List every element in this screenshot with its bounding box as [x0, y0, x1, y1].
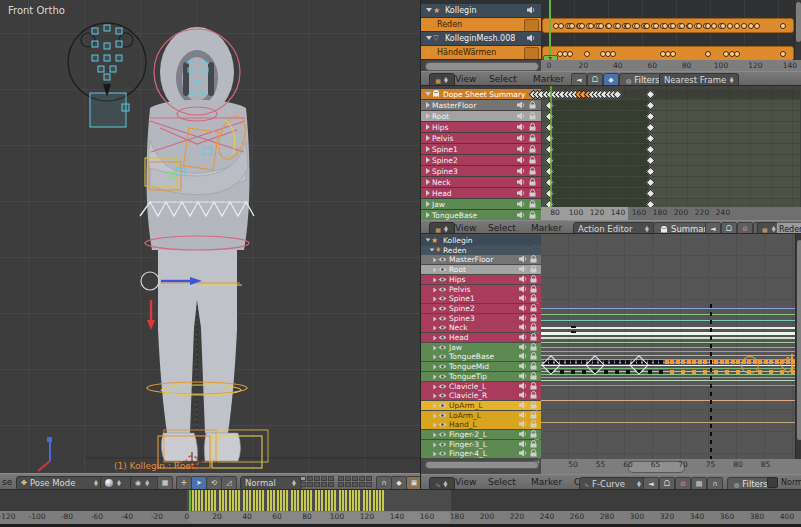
selected-keyframe-point[interactable]: [670, 370, 674, 374]
disclosure-triangle-icon[interactable]: [426, 179, 430, 185]
timeline-hscroll-thumb[interactable]: [187, 512, 451, 523]
selected-keyframe-point[interactable]: [665, 360, 669, 364]
graph-channel-uparm_l[interactable]: UpArm_L: [421, 401, 541, 410]
layer-cell[interactable]: [338, 476, 344, 481]
channel-row-Kollegin[interactable]: ★Kollegin: [421, 4, 541, 17]
dope-ruler[interactable]: 80100120140160180200220240: [541, 207, 801, 220]
snap-grid-button[interactable]: ▦: [157, 476, 173, 490]
graph-channel-scrollbar[interactable]: [425, 461, 539, 469]
dope-channel-dope-sheet-summary[interactable]: Dope Sheet Summary: [421, 89, 541, 99]
layer-cell[interactable]: [352, 476, 358, 481]
layer-cell[interactable]: [345, 476, 351, 481]
dope-key-row[interactable]: [542, 155, 800, 165]
disclosure-triangle-icon[interactable]: [433, 345, 436, 350]
graph-menu-select[interactable]: Select: [488, 477, 516, 487]
layer-cell[interactable]: [300, 482, 306, 487]
disclosure-triangle-icon[interactable]: [433, 365, 436, 370]
graph-channel-reden[interactable]: ♦Reden: [421, 246, 541, 255]
disclosure-triangle-icon[interactable]: [426, 190, 430, 196]
dope-channel-head[interactable]: Head: [421, 188, 541, 198]
disclosure-triangle-icon[interactable]: [430, 248, 435, 251]
dope-channel-jaw[interactable]: Jaw: [421, 199, 541, 209]
keyframe-point[interactable]: [626, 370, 630, 374]
disclosure-triangle-icon[interactable]: [426, 157, 430, 163]
graph-channel-clavicle_r[interactable]: Clavicle_R: [421, 391, 541, 400]
disclosure-triangle-icon[interactable]: [426, 102, 430, 108]
strip-menu-marker[interactable]: Marker: [533, 74, 564, 84]
keyframe[interactable]: [687, 23, 693, 29]
selected-keyframe-point[interactable]: [703, 360, 707, 364]
keyframe[interactable]: [634, 23, 640, 29]
graph-menu-marker[interactable]: Marker: [531, 477, 562, 487]
keyframe-point[interactable]: [621, 360, 625, 364]
graph-channel-masterfloor[interactable]: MasterFloor: [421, 255, 541, 264]
graph-channel-neck[interactable]: Neck: [421, 323, 541, 332]
graph-vscroll-thumb[interactable]: [797, 240, 801, 440]
normalize-checkbox[interactable]: [767, 477, 778, 488]
mode-dropdown[interactable]: ✥Pose Mode▲▼: [16, 476, 104, 490]
disclosure-triangle-icon[interactable]: [433, 316, 436, 321]
keyframe[interactable]: [670, 23, 676, 29]
dope-menu-view[interactable]: View: [455, 223, 476, 233]
disclosure-triangle-icon[interactable]: [433, 374, 436, 379]
layer-cell[interactable]: [345, 482, 351, 487]
keyframe-point[interactable]: [604, 360, 608, 364]
graph-channel-finger-2_l[interactable]: Finger-2_L: [421, 430, 541, 439]
keyframe[interactable]: [579, 23, 585, 29]
layer-grid[interactable]: [338, 476, 372, 487]
layer-cell[interactable]: [359, 482, 365, 487]
disclosure-triangle-icon[interactable]: [426, 201, 430, 207]
strip-channel-scrollbar[interactable]: [425, 62, 539, 71]
layer-cell[interactable]: [321, 476, 327, 481]
selected-keyframe-point[interactable]: [725, 370, 729, 374]
disclosure-triangle-icon[interactable]: [433, 452, 436, 457]
dope-key-row[interactable]: [542, 100, 800, 110]
strip-menu-select[interactable]: Select: [489, 74, 517, 84]
keyframe[interactable]: [598, 23, 604, 29]
dope-key-row[interactable]: [542, 111, 800, 121]
keyframe[interactable]: [705, 23, 711, 29]
graph-channel-kollegin[interactable]: ★Kollegin: [421, 236, 541, 245]
disclosure-triangle-icon[interactable]: [426, 212, 430, 218]
snap-element-icon-button[interactable]: ◆: [391, 476, 407, 490]
selected-keyframe-point[interactable]: [670, 360, 674, 364]
selected-keyframe-point[interactable]: [692, 370, 696, 374]
disclosure-triangle-icon[interactable]: [433, 287, 436, 292]
selected-keyframe-point[interactable]: [736, 370, 740, 374]
selected-keyframe-point[interactable]: [725, 360, 729, 364]
disclosure-triangle-icon[interactable]: [433, 423, 436, 428]
dope-channel-tonguebase[interactable]: TongueBase: [421, 210, 541, 220]
selected-keyframe-point[interactable]: [736, 360, 740, 364]
disclosure-triangle-icon[interactable]: [433, 326, 436, 331]
graph-channel-tonguetip[interactable]: TongueTip: [421, 372, 541, 381]
layer-cell[interactable]: [307, 482, 313, 487]
graph-channel-root[interactable]: Root: [421, 265, 541, 274]
selected-keyframe-point[interactable]: [769, 370, 773, 374]
layer-grid[interactable]: [300, 476, 334, 487]
disclosure-triangle-icon[interactable]: [433, 433, 436, 438]
action-strip-HändeWärmen[interactable]: [542, 46, 794, 61]
graph-channel-tonguebase[interactable]: TongueBase: [421, 352, 541, 361]
keyframe[interactable]: [741, 23, 747, 29]
dope-channel-hips[interactable]: Hips: [421, 122, 541, 132]
keyframe[interactable]: [734, 23, 740, 29]
action-channel-row-HändeWärmen[interactable]: ♦HändeWärmen: [421, 46, 541, 59]
magnet-icon-button[interactable]: ∩: [376, 476, 392, 490]
selected-keyframe-point[interactable]: [780, 370, 784, 374]
manipulator-rotate-button[interactable]: ⟲: [206, 476, 222, 490]
disclosure-triangle-icon[interactable]: [433, 403, 436, 408]
keyframe-point[interactable]: [659, 370, 663, 374]
selected-keyframe-point[interactable]: [714, 360, 718, 364]
graph-playhead[interactable]: [710, 304, 712, 459]
selected-keyframe-point[interactable]: [676, 360, 680, 364]
disclosure-triangle-icon[interactable]: [426, 36, 432, 40]
manipulator-scale-button[interactable]: ◿: [221, 476, 237, 490]
keyframe[interactable]: [567, 51, 573, 57]
keyframe-point[interactable]: [615, 360, 619, 364]
selected-keyframe-point[interactable]: [681, 360, 685, 364]
keyframe[interactable]: [662, 23, 668, 29]
3d-viewport[interactable]: Front Ortho: [0, 0, 421, 473]
keyframe-point[interactable]: [610, 360, 614, 364]
keyframe[interactable]: [569, 23, 575, 29]
strip-ruler[interactable]: 020406080100120140: [541, 60, 801, 71]
